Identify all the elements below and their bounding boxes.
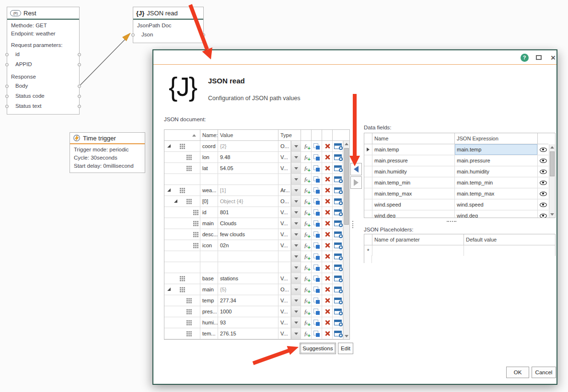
delete-button[interactable]: [322, 196, 333, 207]
delete-button[interactable]: [322, 152, 333, 163]
type-dropdown-button[interactable]: [291, 328, 301, 339]
fx-add-button[interactable]: fx+: [301, 152, 312, 163]
editor-button[interactable]: [333, 229, 343, 240]
name-cell[interactable]: [200, 251, 218, 262]
scroll-up-icon[interactable]: [344, 141, 349, 147]
output-port[interactable]: [78, 63, 81, 66]
type-dropdown-button[interactable]: [291, 273, 301, 284]
json-doc-row[interactable]: lat54.05V...fx+: [164, 163, 349, 174]
json-expression-cell[interactable]: main.temp_max: [455, 188, 538, 199]
editor-button[interactable]: [333, 207, 343, 218]
column-header-field-name[interactable]: Name: [372, 133, 455, 144]
fx-add-button[interactable]: fx+: [301, 218, 312, 229]
edit-button[interactable]: Edit: [338, 343, 353, 354]
delete-button[interactable]: [322, 163, 333, 174]
json-doc-row[interactable]: [0]Object {4}O...fx+: [164, 196, 349, 207]
name-cell[interactable]: pres...: [200, 306, 218, 317]
dialog-titlebar[interactable]: ? ×: [153, 50, 556, 64]
fx-add-button[interactable]: fx+: [301, 174, 312, 185]
fx-add-button[interactable]: fx+: [301, 295, 312, 306]
editor-button[interactable]: [333, 185, 343, 196]
value-cell[interactable]: {2}: [218, 141, 278, 152]
output-port[interactable]: [202, 33, 205, 36]
copy-button[interactable]: [312, 163, 322, 174]
column-header-json-expression[interactable]: JSON Expression: [455, 133, 538, 144]
delete-button[interactable]: [322, 240, 333, 251]
type-dropdown-button[interactable]: [291, 284, 301, 295]
editor-button[interactable]: [333, 273, 343, 284]
copy-button[interactable]: [312, 317, 322, 328]
name-cell[interactable]: wea...: [200, 185, 218, 196]
cancel-button[interactable]: Cancel: [532, 367, 556, 378]
value-cell[interactable]: 801: [218, 207, 278, 218]
preview-button[interactable]: [538, 155, 548, 166]
editor-button[interactable]: [333, 317, 343, 328]
fx-add-button[interactable]: fx+: [301, 328, 312, 339]
column-header-default-value[interactable]: Default value: [464, 234, 555, 245]
row-drag-grid-icon[interactable]: [186, 331, 188, 333]
move-left-button[interactable]: [350, 163, 362, 175]
name-cell[interactable]: humi...: [200, 317, 218, 328]
json-doc-row[interactable]: lon9.48V...fx+: [164, 152, 349, 163]
delete-button[interactable]: [322, 251, 333, 262]
value-cell[interactable]: Object {4}: [218, 196, 278, 207]
type-dropdown-button[interactable]: [291, 207, 301, 218]
type-dropdown-button[interactable]: [291, 141, 301, 152]
copy-button[interactable]: [312, 328, 322, 339]
name-cell[interactable]: id: [200, 207, 218, 218]
value-cell[interactable]: 1000: [218, 306, 278, 317]
value-cell[interactable]: {5}: [218, 284, 278, 295]
type-dropdown-button[interactable]: [291, 229, 301, 240]
editor-button[interactable]: [333, 262, 343, 273]
json-expression-cell[interactable]: wind.speed: [455, 199, 538, 210]
editor-button[interactable]: [333, 339, 343, 340]
data-field-row[interactable]: main.temp_minmain.temp_min: [364, 177, 555, 188]
fx-add-button[interactable]: fx+: [301, 284, 312, 295]
json-doc-row[interactable]: fx+: [164, 251, 349, 262]
field-name-cell[interactable]: main.humidity: [372, 166, 455, 177]
type-dropdown-button[interactable]: [291, 262, 301, 273]
field-name-cell[interactable]: wind.deg: [372, 210, 455, 218]
value-cell[interactable]: 02n: [218, 240, 278, 251]
json-doc-row[interactable]: pres...1000V...fx+: [164, 306, 349, 317]
editor-button[interactable]: [333, 306, 343, 317]
name-cell[interactable]: desc...: [200, 229, 218, 240]
type-dropdown-button[interactable]: [291, 295, 301, 306]
input-port[interactable]: [5, 94, 9, 98]
input-port[interactable]: [5, 104, 9, 108]
copy-button[interactable]: [312, 284, 322, 295]
move-right-button[interactable]: [350, 176, 362, 189]
input-port[interactable]: [131, 33, 135, 36]
scrollbar-thumb[interactable]: [344, 148, 349, 225]
copy-button[interactable]: [312, 141, 322, 152]
name-cell[interactable]: [200, 262, 218, 273]
column-header-parameter-name[interactable]: Name of parameter: [372, 234, 464, 245]
output-port[interactable]: [78, 94, 81, 98]
ok-button[interactable]: OK: [506, 367, 529, 378]
editor-button[interactable]: [333, 196, 343, 207]
expander-icon[interactable]: [174, 199, 177, 203]
delete-button[interactable]: [322, 207, 333, 218]
editor-button[interactable]: [333, 174, 343, 185]
row-drag-grid-icon[interactable]: [180, 276, 181, 277]
copy-button[interactable]: [312, 174, 322, 185]
data-field-row[interactable]: wind.degwind.deg: [364, 210, 555, 218]
copy-button[interactable]: [312, 218, 322, 229]
value-cell[interactable]: 93: [218, 317, 278, 328]
scroll-down-icon[interactable]: [344, 333, 349, 339]
editor-button[interactable]: [333, 328, 343, 339]
value-cell[interactable]: [218, 251, 278, 262]
row-drag-grid-icon[interactable]: [193, 232, 195, 233]
name-cell[interactable]: temp: [200, 295, 218, 306]
field-name-cell[interactable]: main.temp_max: [372, 188, 455, 199]
type-dropdown-button[interactable]: [291, 218, 301, 229]
json-doc-row[interactable]: id801V...fx+: [164, 207, 349, 218]
json-doc-row[interactable]: fx+: [164, 174, 349, 185]
editor-button[interactable]: [333, 295, 343, 306]
preview-button[interactable]: [538, 210, 548, 218]
column-header-name[interactable]: Name:: [200, 130, 218, 141]
delete-button[interactable]: [322, 295, 333, 306]
copy-button[interactable]: [312, 295, 322, 306]
type-dropdown-button[interactable]: [291, 174, 301, 185]
suggestions-button[interactable]: Suggestions: [300, 343, 336, 354]
